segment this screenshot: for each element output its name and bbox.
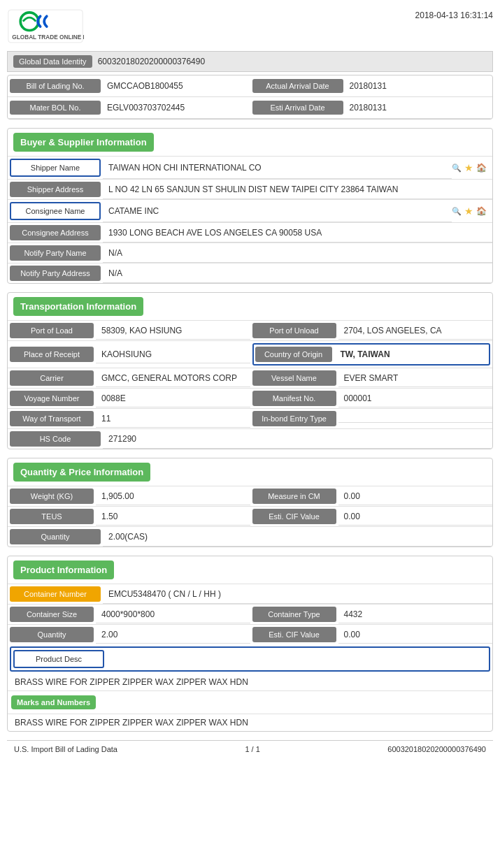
footer-center: 1 / 1 xyxy=(245,745,259,753)
port-load-cell: Port of Load 58309, KAO HSIUNG xyxy=(8,321,250,340)
transportation-title: Transportation Information xyxy=(13,297,143,316)
actual-arrival-value: 20180131 xyxy=(345,78,493,94)
container-size-type-row: Container Size 4000*900*800 Container Ty… xyxy=(8,604,492,624)
shipper-name-value: TAIWAN HON CHI INTERNATIONAL CO xyxy=(103,157,452,179)
actual-arrival-cell: Actual Arrival Date 20180131 xyxy=(250,75,493,96)
vessel-cell: Vessel Name EVER SMART xyxy=(250,368,493,388)
container-type-label: Container Type xyxy=(252,607,336,622)
way-transport-value: 11 xyxy=(96,410,250,428)
weight-label: Weight (KG) xyxy=(10,489,94,504)
footer: U.S. Import Bill of Lading Data 1 / 1 60… xyxy=(7,740,493,758)
product-desc-value: BRASS WIRE FOR ZIPPER ZIPPER WAX ZIPPER … xyxy=(8,674,492,691)
way-transport-cell: Way of Transport 11 xyxy=(8,409,250,428)
shipper-address-row: Shipper Address L NO 42 LN 65 SANJUN ST … xyxy=(8,179,492,199)
way-transport-label: Way of Transport xyxy=(10,411,94,426)
inbond-value xyxy=(338,415,493,423)
receipt-origin-row: Place of Receipt KAOHSIUNG Country of Or… xyxy=(8,340,492,368)
notify-party-name-value: N/A xyxy=(103,243,492,263)
voyage-manifest-row: Voyage Number 0088E Manifest No. 000001 xyxy=(8,388,492,408)
notify-party-name-row: Notify Party Name N/A xyxy=(8,243,492,263)
page: GLOBAL TRADE ONLINE LIMITED 2018-04-13 1… xyxy=(0,0,500,868)
logo-area: GLOBAL TRADE ONLINE LIMITED xyxy=(7,7,84,45)
marks-numbers-row: Marks and Numbers xyxy=(8,691,492,714)
port-row: Port of Load 58309, KAO HSIUNG Port of U… xyxy=(8,320,492,340)
shipper-address-value: L NO 42 LN 65 SANJUN ST SHULIN DIST NEW … xyxy=(103,180,492,199)
teus-label: TEUS xyxy=(10,509,94,524)
search-icon[interactable]: 🔍 xyxy=(452,164,462,173)
container-size-value: 4000*900*800 xyxy=(96,606,250,623)
country-origin-label: Country of Origin xyxy=(255,347,332,362)
home-icon-2[interactable]: 🏠 xyxy=(476,206,487,216)
voyage-label: Voyage Number xyxy=(10,391,94,406)
product-info-title: Product Information xyxy=(13,560,114,579)
product-cif-label: Esti. CIF Value xyxy=(252,627,336,642)
star-icon[interactable]: ★ xyxy=(464,162,473,173)
weight-value: 1,905.00 xyxy=(96,488,250,505)
transportation-card: Transportation Information Port of Load … xyxy=(7,292,493,449)
country-origin-box: Country of Origin TW, TAIWAN xyxy=(252,343,491,366)
port-unload-value: 2704, LOS ANGELES, CA xyxy=(338,322,493,340)
measure-cm-value: 0.00 xyxy=(338,488,493,505)
country-origin-cell: Country of Origin TW, TAIWAN xyxy=(250,341,493,368)
marks-numbers-label: Marks and Numbers xyxy=(11,695,96,709)
star-icon-2[interactable]: ★ xyxy=(464,205,473,217)
carrier-cell: Carrier GMCC, GENERAL MOTORS CORP xyxy=(8,368,250,388)
carrier-value: GMCC, GENERAL MOTORS CORP xyxy=(96,370,250,387)
buyer-supplier-card: Buyer & Supplier Information Shipper Nam… xyxy=(7,128,493,284)
carrier-label: Carrier xyxy=(10,370,94,386)
teus-value: 1.50 xyxy=(96,508,250,526)
port-load-label: Port of Load xyxy=(10,323,94,338)
weight-cell: Weight (KG) 1,905.00 xyxy=(8,486,250,506)
bol-label: Bill of Lading No. xyxy=(10,79,101,93)
esti-arrival-cell: Esti Arrival Date 20180131 xyxy=(250,97,493,118)
product-desc-label: Product Desc xyxy=(13,650,104,668)
footer-left: U.S. Import Bill of Lading Data xyxy=(14,745,117,753)
esti-arrival-label: Esti Arrival Date xyxy=(252,101,343,115)
product-desc-row: Product Desc xyxy=(10,646,490,672)
manifest-value: 000001 xyxy=(338,390,493,407)
logo-icon: GLOBAL TRADE ONLINE LIMITED xyxy=(7,7,84,45)
bol-row: Bill of Lading No. GMCCAOB1800455 Actual… xyxy=(8,75,492,97)
product-qty-label: Quantity xyxy=(10,627,94,642)
notify-party-name-label: Notify Party Name xyxy=(10,245,101,261)
container-size-cell: Container Size 4000*900*800 xyxy=(8,605,250,624)
container-size-label: Container Size xyxy=(10,607,94,622)
hs-code-label: HS Code xyxy=(10,431,101,447)
place-receipt-label: Place of Receipt xyxy=(10,347,94,362)
container-type-cell: Container Type 4432 xyxy=(250,605,493,624)
quantity-value: 2.00(CAS) xyxy=(103,527,492,547)
bol-value: GMCCAOB1800455 xyxy=(103,78,250,94)
shipper-name-icons: 🔍 ★ 🏠 xyxy=(452,157,492,179)
product-cif-cell: Esti. CIF Value 0.00 xyxy=(250,625,493,644)
esti-cif-value: 0.00 xyxy=(338,508,493,526)
container-number-row: Container Number EMCU5348470 ( CN / L / … xyxy=(8,584,492,604)
search-icon-2[interactable]: 🔍 xyxy=(452,207,462,216)
home-icon[interactable]: 🏠 xyxy=(476,163,487,173)
consignee-name-value: CATAME INC xyxy=(103,200,452,222)
global-id-value: 60032018020200000376490 xyxy=(98,57,206,66)
inbond-cell: In-bond Entry Type xyxy=(250,409,493,428)
hs-code-row: HS Code 271290 xyxy=(8,428,492,449)
global-id-label: Global Data Identity xyxy=(13,55,92,68)
consignee-name-row: Consignee Name CATAME INC 🔍 ★ 🏠 xyxy=(8,199,492,222)
quantity-price-title: Quantity & Price Information xyxy=(13,463,150,482)
country-origin-value: TW, TAIWAN xyxy=(335,346,488,363)
notify-party-address-label: Notify Party Address xyxy=(10,266,101,281)
consignee-name-label: Consignee Name xyxy=(10,202,101,220)
notify-party-address-row: Notify Party Address N/A xyxy=(8,263,492,283)
global-id-row: Global Data Identity 6003201802020000037… xyxy=(7,51,493,72)
product-cif-value: 0.00 xyxy=(338,626,493,644)
esti-cif-cell: Esti. CIF Value 0.00 xyxy=(250,507,493,526)
esti-cif-label: Esti. CIF Value xyxy=(252,509,336,524)
vessel-label: Vessel Name xyxy=(252,370,336,386)
port-unload-cell: Port of Unload 2704, LOS ANGELES, CA xyxy=(250,321,493,340)
product-qty-cell: Quantity 2.00 xyxy=(8,625,250,644)
consignee-address-value: 1930 LONG BEACH AVE LOS ANGELES CA 90058… xyxy=(103,223,492,243)
footer-right: 60032018020200000376490 xyxy=(387,745,486,753)
shipper-name-label: Shipper Name xyxy=(10,159,101,177)
teus-cell: TEUS 1.50 xyxy=(8,507,250,526)
bol-cell: Bill of Lading No. GMCCAOB1800455 xyxy=(8,75,250,96)
measure-cm-cell: Measure in CM 0.00 xyxy=(250,486,493,506)
notify-party-address-value: N/A xyxy=(103,263,492,283)
port-unload-label: Port of Unload xyxy=(252,323,336,338)
